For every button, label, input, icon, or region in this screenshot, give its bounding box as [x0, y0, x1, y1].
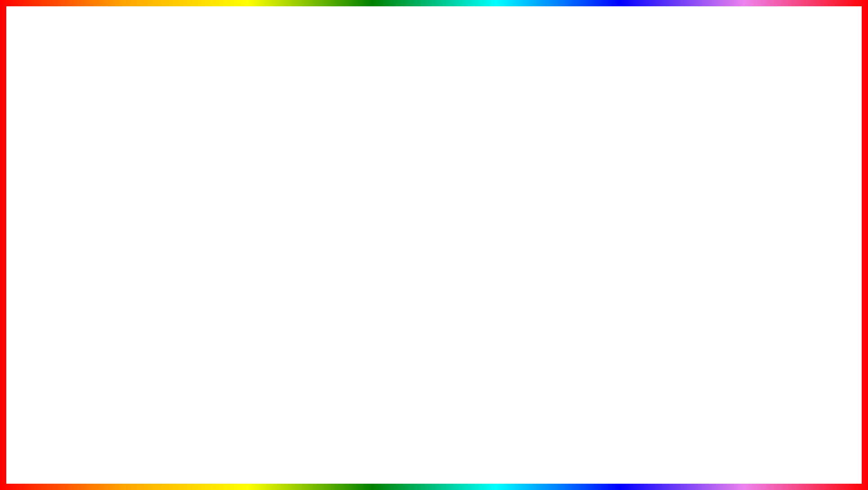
sidebar-label-quest-item: | Quest-Item — [331, 201, 361, 207]
race-v4-icon: 👥 — [321, 214, 328, 220]
svg-point-1 — [88, 120, 92, 125]
logo-skull: ☠ — [715, 438, 755, 479]
auto-farm-label: AUTO FARM — [27, 419, 312, 477]
sidebar-label-settings: | Settings — [331, 227, 353, 233]
blox-fruits-logo: ☠ BL⚓X FRUITS — [715, 436, 841, 481]
necessary-icon: 🚗 — [321, 174, 328, 181]
svg-rect-28 — [153, 293, 171, 301]
auto-kill-icon — [380, 222, 390, 230]
weapon-label: | Select Weapon — [406, 180, 481, 187]
sidebar-item-information[interactable]: 👤 | Information — [316, 145, 387, 158]
svg-rect-30 — [138, 338, 151, 383]
svg-point-43 — [383, 224, 387, 228]
svg-point-34 — [397, 169, 398, 170]
sidebar-label-teleport: | Teleport — [331, 266, 353, 272]
svg-point-12 — [582, 123, 587, 127]
svg-point-2 — [133, 124, 137, 128]
script-text: SCRIPT — [321, 429, 445, 468]
status-hop-icon: ⚙️ — [321, 187, 328, 194]
main-title: BLOX FRUITS — [116, 12, 752, 123]
svg-rect-29 — [119, 338, 132, 383]
svg-point-32 — [135, 379, 153, 388]
dungeon-icon: 🎯 — [321, 240, 328, 246]
svg-rect-27 — [99, 293, 117, 301]
star-2: ⭐ — [171, 384, 205, 416]
quest-item-icon: 🎁 — [321, 200, 328, 207]
teleport-icon: 🗺️ — [321, 266, 328, 272]
pastebin-text: PASTEBIN — [454, 429, 622, 468]
general-icon: 🏠 — [321, 161, 328, 168]
farm-level-label: | Auto Farm Level — [406, 194, 506, 200]
feature-select-weapon: | Select Weapon Melee Sword Blox Fruit G… — [391, 176, 526, 191]
panel-title: MTriet Hub | Blox Fruits [discord.gg/mFz… — [321, 133, 463, 139]
svg-point-17 — [807, 120, 812, 125]
farm-nearest-label: | Auto Farm Nearest — [406, 207, 506, 213]
farm-text: FARM — [175, 420, 312, 476]
svg-marker-36 — [399, 182, 400, 185]
sidebar-label-necessary: | Necessary — [331, 175, 359, 181]
information-icon: 👤 — [321, 148, 328, 155]
sidebar-label-dungeon: | Dungeon — [331, 240, 356, 246]
svg-point-31 — [117, 379, 135, 388]
character-silhouette — [90, 236, 180, 418]
sidebar-label-information: | Information — [331, 149, 361, 155]
sidebar-label-general: | General — [331, 162, 353, 168]
combat-icon: ⚔️ — [321, 253, 328, 259]
sidebar-label-combat: | Combat — [331, 253, 353, 259]
settings-icon: ⚙️ — [321, 227, 328, 233]
title-container: BLOX FRUITS — [0, 18, 868, 117]
svg-point-25 — [138, 273, 147, 280]
feature-auto-farm-level: | Auto Farm Level — [391, 191, 526, 204]
sidebar-label-race-v4: | Race V4 — [331, 214, 354, 220]
svg-point-14 — [672, 124, 677, 128]
weapon-icon — [393, 180, 402, 187]
weapon-select-dropdown[interactable]: Melee Sword Blox Fruit Gun — [484, 178, 524, 188]
svg-point-4 — [223, 123, 227, 127]
svg-rect-38 — [398, 196, 399, 199]
svg-rect-19 — [117, 290, 153, 340]
sidebar-item-quest-item[interactable]: 🎁 | Quest-Item — [316, 197, 387, 210]
farm-nearest-icon — [393, 206, 402, 214]
auto-text: AUTO — [27, 420, 163, 476]
sidebar-item-status-hop[interactable]: ⚙️ | Status-Hop — [316, 184, 387, 197]
svg-point-24 — [128, 273, 137, 280]
content-header: [ Main Farm | General ] — [391, 147, 526, 160]
spawn-point-label: | Auto Set Spawn Point — [406, 166, 506, 173]
svg-point-18 — [852, 124, 857, 128]
svg-point-8 — [403, 123, 407, 127]
spawn-point-toggle[interactable] — [509, 166, 524, 173]
svg-rect-39 — [399, 197, 400, 199]
svg-point-26 — [127, 251, 143, 269]
svg-point-16 — [762, 123, 767, 127]
logo-blox-text: BL⚓X — [760, 436, 841, 459]
svg-point-6 — [313, 124, 317, 128]
svg-point-0 — [43, 123, 47, 127]
panel-key-hint: [RightControl] — [494, 134, 524, 139]
farm-level-icon — [393, 194, 402, 201]
svg-rect-37 — [396, 196, 397, 199]
svg-point-10 — [492, 124, 497, 128]
panel-header: MTriet Hub | Blox Fruits [discord.gg/mFz… — [316, 129, 530, 143]
feature-auto-set-spawn: | Auto Set Spawn Point — [391, 163, 526, 176]
star-3: ⭐ — [225, 379, 259, 411]
sidebar-item-necessary[interactable]: 🚗 | Necessary — [316, 171, 387, 184]
logo-fruits-text: FRUITS — [760, 459, 841, 481]
spawn-point-icon — [393, 166, 402, 173]
sidebar-item-general[interactable]: 🏠 | General — [316, 158, 387, 171]
sidebar-label-status-hop: | Status-Hop — [331, 188, 361, 194]
farm-level-toggle[interactable] — [509, 194, 524, 201]
